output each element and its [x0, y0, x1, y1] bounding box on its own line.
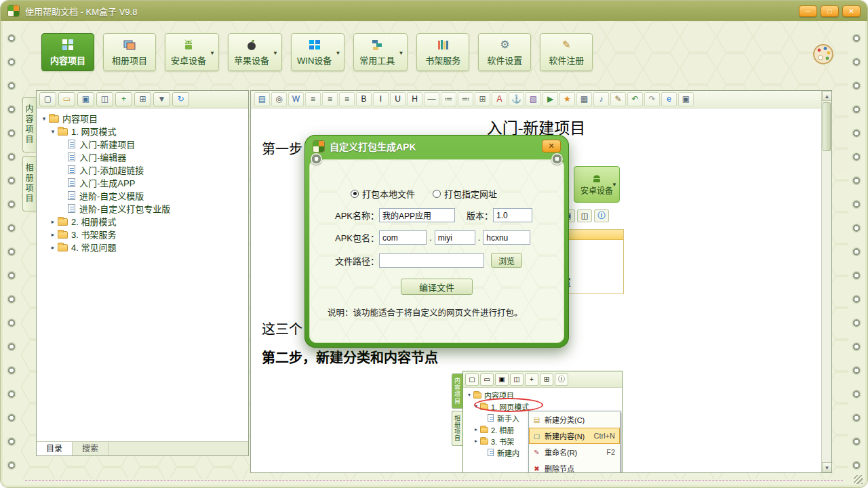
tree-item[interactable]: 进阶-自定义打包专业版: [38, 202, 247, 215]
collapsed-arrow-icon[interactable]: ▸: [473, 426, 479, 432]
bold-icon[interactable]: B: [356, 92, 372, 106]
expanded-arrow-icon[interactable]: ▾: [466, 392, 473, 398]
document-icon: [68, 140, 75, 148]
folder-icon: [480, 439, 488, 445]
expanded-arrow-icon[interactable]: ▾: [49, 128, 57, 135]
expanded-arrow-icon[interactable]: ▾: [473, 403, 479, 409]
folder-plus-icon: ▤: [532, 416, 541, 424]
tree-item[interactable]: 入门-生成APP: [38, 176, 247, 189]
align-left-icon[interactable]: ≡: [305, 92, 321, 106]
tree-item[interactable]: 进阶-自定义模版: [38, 189, 247, 202]
tree-item[interactable]: ▾内容项目: [464, 389, 621, 401]
tree-item[interactable]: 入门-编辑器: [38, 150, 247, 163]
package-part2-input[interactable]: [435, 230, 475, 245]
tree-item[interactable]: 入门-新建项目: [38, 138, 247, 150]
tree-item-label: 入门-添加超链接: [79, 163, 144, 176]
numbered-list-icon[interactable]: ≕: [458, 92, 473, 106]
file-path-input[interactable]: [379, 253, 484, 268]
table-icon[interactable]: ⊞: [475, 92, 490, 106]
hr-icon[interactable]: —: [424, 92, 439, 106]
font-color-icon[interactable]: A: [492, 92, 507, 106]
minimize-button[interactable]: －: [799, 5, 817, 17]
menu-item-label: 新建分类(C): [545, 414, 585, 425]
compile-button[interactable]: 编译文件: [401, 279, 473, 295]
maximize-button[interactable]: □: [821, 5, 839, 17]
export-node-icon[interactable]: ◫: [96, 92, 113, 106]
document-icon: [68, 204, 75, 213]
version-input[interactable]: [493, 208, 532, 222]
redo-icon[interactable]: ↷: [644, 92, 660, 106]
toolbar-button-bookshelf-service[interactable]: 书架服务: [416, 33, 469, 71]
browse-button[interactable]: 浏览: [491, 253, 522, 268]
toolbar-button-software-register[interactable]: ✎ 软件注册: [540, 33, 593, 71]
collapse-icon[interactable]: ▼: [153, 92, 170, 106]
toolbar-button-content-project[interactable]: 内容项目: [41, 33, 94, 71]
expanded-arrow-icon[interactable]: ▾: [40, 115, 48, 122]
grid-view-icon[interactable]: ▦: [576, 92, 592, 106]
toolbar-button-album-project[interactable]: 相册项目: [103, 33, 156, 71]
underline-icon[interactable]: U: [390, 92, 406, 106]
edit-icon[interactable]: ✎: [610, 92, 626, 106]
align-center-icon[interactable]: ≡: [322, 92, 338, 106]
tab-search[interactable]: 搜索: [73, 442, 108, 455]
open-node-icon[interactable]: ▭: [58, 92, 75, 106]
package-part1-input[interactable]: [379, 230, 427, 245]
tab-directory[interactable]: 目录: [37, 442, 73, 455]
toolbar-button-android-device[interactable]: 安卓设备 ▼: [165, 33, 219, 71]
menu-item-new-content: ▢ 新建内容(N) Ctrl+N: [529, 428, 620, 444]
heading-icon[interactable]: H: [407, 92, 422, 106]
flash-icon[interactable]: ★: [559, 92, 575, 106]
anchor-icon[interactable]: ⚓: [509, 92, 524, 106]
italic-icon[interactable]: I: [373, 92, 389, 106]
bullet-list-icon[interactable]: ≔: [441, 92, 456, 106]
toolbar-button-common-tools[interactable]: 常用工具 ▼: [353, 33, 408, 71]
package-part3-input[interactable]: [483, 230, 530, 245]
scrollbar-thumb[interactable]: [823, 102, 831, 151]
save-icon[interactable]: ▤: [254, 92, 270, 106]
audio-icon[interactable]: ♪: [593, 92, 609, 106]
radio-local-file[interactable]: 打包本地文件: [351, 187, 415, 200]
preview-icon[interactable]: ◎: [271, 92, 287, 106]
android-icon: [591, 174, 602, 183]
dialog-close-button[interactable]: ✕: [542, 140, 561, 152]
apk-name-input[interactable]: [379, 208, 455, 222]
print-icon[interactable]: ▣: [678, 92, 694, 106]
media-icon[interactable]: ▶: [542, 92, 558, 106]
radio-remote-url[interactable]: 打包指定网址: [433, 187, 497, 200]
image-icon[interactable]: ▧: [526, 92, 541, 106]
grid-icon[interactable]: ⊞: [134, 92, 151, 106]
tree-item[interactable]: ▸4. 常见问题: [38, 241, 247, 253]
side-tab-content-project[interactable]: 内容项目: [22, 97, 36, 152]
move-node-icon[interactable]: +: [115, 92, 132, 106]
collapsed-arrow-icon[interactable]: ▸: [49, 231, 57, 238]
tree-item[interactable]: ▾内容项目: [38, 112, 247, 125]
content-scrollbar[interactable]: ▲ ▼: [821, 91, 831, 472]
tree-item[interactable]: ▾1. 网页模式: [38, 125, 247, 138]
scroll-up-arrow[interactable]: ▲: [822, 91, 832, 101]
tree-toolbar: ▢▭▣◫+⊞▼↻: [37, 91, 248, 108]
skin-palette-button[interactable]: [812, 43, 835, 68]
refresh-icon[interactable]: ↻: [172, 92, 189, 106]
tree-item[interactable]: ▸3. 书架服务: [38, 228, 247, 241]
tree-item[interactable]: ▸2. 相册模式: [38, 215, 247, 228]
export-word-icon[interactable]: W: [288, 92, 304, 106]
scroll-down-arrow[interactable]: ▼: [822, 462, 832, 472]
align-right-icon[interactable]: ≡: [339, 92, 355, 106]
side-tab-album-project[interactable]: 相册项目: [22, 156, 36, 211]
browser-icon[interactable]: e: [661, 92, 677, 106]
toolbar-button-win-device[interactable]: WIN设备 ▼: [291, 33, 344, 71]
collapsed-arrow-icon[interactable]: ▸: [49, 244, 57, 251]
mini-device-toolbar: ▣ ◫ ⓘ: [560, 209, 625, 222]
tree-item[interactable]: 入门-添加超链接: [38, 163, 247, 176]
toolbar-button-software-settings[interactable]: ⚙ 软件设置: [478, 33, 531, 71]
collapsed-arrow-icon[interactable]: ▸: [49, 218, 57, 225]
close-button[interactable]: ✕: [842, 5, 861, 17]
new-node-icon[interactable]: ▢: [39, 92, 56, 106]
tree-item-label: 入门-新建项目: [79, 138, 135, 150]
collapsed-arrow-icon[interactable]: ▸: [473, 438, 479, 444]
copy-node-icon[interactable]: ▣: [77, 92, 94, 106]
left-side-tabs: 内容项目 相册项目: [22, 97, 36, 211]
undo-icon[interactable]: ↶: [627, 92, 643, 106]
folder-icon: [49, 115, 59, 123]
toolbar-button-apple-device[interactable]: 苹果设备 ▼: [228, 33, 282, 71]
